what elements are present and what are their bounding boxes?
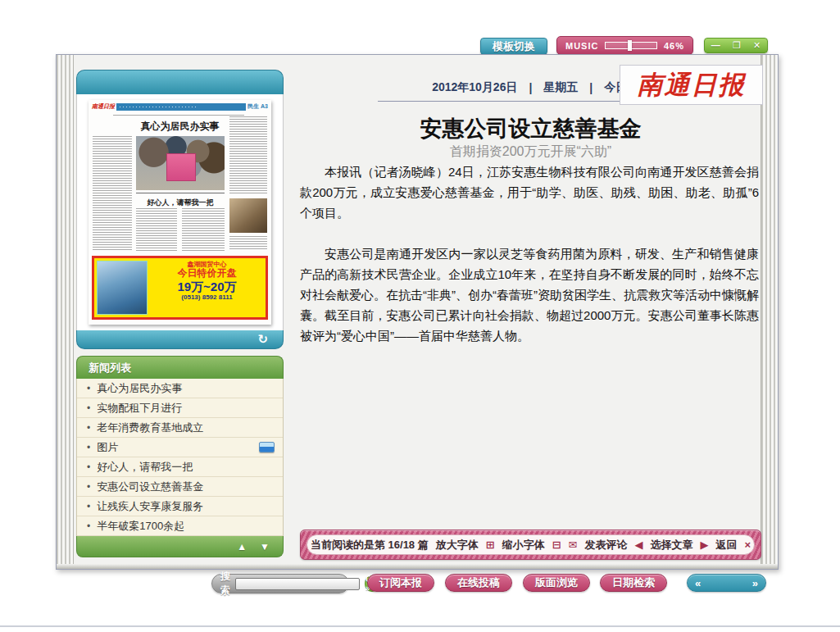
- thumbnail-panel-header: [76, 70, 284, 94]
- window-controls: — ❐ ✕: [704, 38, 768, 53]
- back-button[interactable]: 返回: [715, 538, 737, 552]
- zoom-in-button[interactable]: 放大字体: [436, 538, 479, 552]
- mini-ad-phone: (0513) 8592 8111: [181, 293, 232, 301]
- online-submit-button[interactable]: 在线投稿: [445, 574, 512, 592]
- thumbnail-panel-footer: ↻: [76, 330, 284, 349]
- news-list-item[interactable]: • 实物配租下月进行: [77, 398, 283, 418]
- news-item-label: 老年消费教育基地成立: [97, 421, 203, 435]
- mini-text-column: [229, 116, 267, 195]
- news-list-item[interactable]: • 真心为居民办实事: [77, 379, 283, 398]
- weekday-text: 星期五: [543, 80, 578, 95]
- bullet-icon: •: [87, 442, 90, 453]
- news-list-header: 新闻列表: [76, 356, 284, 379]
- back-close-icon[interactable]: ×: [744, 539, 751, 551]
- mini-donation-photo: [136, 136, 225, 190]
- mini-text-column: [136, 208, 177, 251]
- music-player-bar[interactable]: MUSIC 46%: [556, 36, 693, 55]
- zoom-in-icon[interactable]: ⊞: [486, 539, 495, 551]
- music-volume-slider[interactable]: [605, 42, 657, 49]
- article-paragraph: 本报讯（记者汤晓峰）24日，江苏安惠生物科技有限公司向南通开发区慈善会捐款200…: [300, 161, 759, 223]
- page-edge-right: [761, 55, 778, 569]
- bullet-icon: •: [87, 521, 90, 532]
- news-list-item[interactable]: • 好心人，请帮我一把: [77, 457, 283, 477]
- mini-donation-box: [166, 153, 197, 181]
- restore-icon[interactable]: ❐: [733, 41, 741, 50]
- newspaper-logo: 南通日报: [620, 65, 763, 105]
- close-icon[interactable]: ✕: [753, 41, 761, 50]
- minimize-icon[interactable]: —: [711, 41, 720, 50]
- bottom-divider: [0, 625, 840, 627]
- music-slider-handle[interactable]: [628, 40, 632, 51]
- date-search-button[interactable]: 日期检索: [600, 574, 667, 592]
- zoom-out-icon[interactable]: ⊟: [552, 539, 561, 551]
- news-list-footer: ▲ ▼: [76, 536, 284, 557]
- scroll-down-icon[interactable]: ▼: [260, 541, 270, 552]
- zoom-out-button[interactable]: 缩小字体: [502, 538, 545, 552]
- search-label: 搜索: [220, 570, 230, 598]
- news-list-item-pictures[interactable]: • 图片: [77, 438, 283, 457]
- page-thumbnail-panel: 南通日报 民生 A3 真心为居民办实事 好心人，请帮我一把: [76, 70, 284, 349]
- page-pager: « »: [687, 574, 766, 592]
- date-text: 2012年10月26日: [432, 80, 517, 95]
- prev-article-icon[interactable]: ◀: [634, 539, 642, 551]
- newspaper-logo-text: 南通日报: [638, 68, 746, 102]
- mini-photo-caption: [136, 193, 225, 195]
- bullet-icon: •: [87, 461, 90, 473]
- search-bar: 搜索 GO »: [211, 574, 349, 593]
- news-item-label: 好心人，请帮我一把: [97, 460, 193, 475]
- music-label: MUSIC: [565, 41, 598, 51]
- news-list-item-current[interactable]: • 安惠公司设立慈善基金: [77, 477, 283, 497]
- reader-toolbar-inner: 当前阅读的是第 16/18 篇 放大字体 ⊞ 缩小字体 ⊟ ✉ 发表评论 ◀ 选…: [306, 534, 755, 555]
- news-item-label: 半年破案1700余起: [97, 519, 184, 534]
- next-page-icon[interactable]: »: [752, 577, 758, 589]
- mini-masthead-logo: 南通日报: [92, 102, 115, 111]
- mini-masthead: 南通日报 民生 A3: [92, 102, 268, 111]
- mini-headline2: 好心人，请帮我一把: [136, 198, 225, 208]
- subscribe-button[interactable]: 订阅本报: [367, 574, 434, 592]
- news-list-title: 新闻列表: [89, 361, 131, 375]
- search-input[interactable]: [235, 578, 360, 590]
- select-article-button[interactable]: 选择文章: [650, 538, 692, 552]
- bullet-icon: •: [87, 422, 90, 434]
- news-list-item[interactable]: • 老年消费教育基地成立: [77, 418, 283, 438]
- article-title: 安惠公司设立慈善基金: [298, 114, 763, 143]
- prev-page-icon[interactable]: «: [695, 577, 701, 589]
- page-browse-button[interactable]: 版面浏览: [523, 574, 590, 592]
- music-volume-value: 46%: [664, 41, 684, 51]
- news-item-label: 安惠公司设立慈善基金: [97, 480, 203, 494]
- article-paragraph: 安惠公司是南通开发区内一家以灵芝等食药用菌为原料，研发、生产和销售健康产品的高新…: [300, 243, 759, 346]
- next-article-icon[interactable]: ▶: [700, 539, 708, 551]
- mini-text-column: [229, 236, 267, 251]
- template-switch-button[interactable]: 模板切换: [480, 38, 547, 55]
- refresh-icon[interactable]: ↻: [257, 332, 268, 347]
- mini-masthead-bar: [116, 103, 246, 111]
- bullet-icon: •: [87, 481, 90, 493]
- news-list-panel: 新闻列表 • 真心为居民办实事 • 实物配租下月进行 • 老年消费教育基地成立 …: [76, 356, 284, 557]
- news-item-label: 真心为居民办实事: [97, 381, 182, 396]
- bullet-icon: •: [87, 402, 90, 414]
- envelope-icon[interactable]: ✉: [569, 539, 578, 551]
- scroll-up-icon[interactable]: ▲: [237, 541, 247, 552]
- current-article-counter: 当前阅读的是第 16/18 篇: [311, 538, 429, 552]
- news-item-label: 实物配租下月进行: [97, 401, 182, 416]
- mini-text-column: [93, 136, 132, 251]
- reader-page: 南通日报 民生 A3 真心为居民办实事 好心人，请帮我一把: [56, 54, 779, 570]
- reader-toolbar: 当前阅读的是第 16/18 篇 放大字体 ⊞ 缩小字体 ⊟ ✉ 发表评论 ◀ 选…: [300, 530, 761, 560]
- mini-advertisement: 鑫湖国贸中心 今日特价开盘 19万~20万 (0513) 8592 8111: [92, 256, 268, 320]
- mini-page-tag: 民生 A3: [247, 102, 268, 111]
- bullet-icon: •: [87, 501, 90, 512]
- mini-ad-price: 19万~20万: [177, 280, 236, 293]
- news-list-item[interactable]: • 半年破案1700余起: [77, 516, 283, 536]
- post-comment-button[interactable]: 发表评论: [584, 538, 627, 552]
- mini-ad-building-photo: [97, 261, 148, 315]
- mini-text-column: [182, 208, 225, 251]
- news-list: • 真心为居民办实事 • 实物配租下月进行 • 老年消费教育基地成立 • 图片 …: [76, 379, 284, 536]
- mini-kicker-line: [113, 115, 244, 117]
- news-item-label: 让残疾人安享康复服务: [97, 499, 203, 514]
- date-separator: |: [589, 81, 593, 94]
- mini-side-photo: [229, 198, 267, 233]
- newspaper-page-thumbnail[interactable]: 南通日报 民生 A3 真心为居民办实事 好心人，请帮我一把: [89, 100, 271, 325]
- article-subtitle: 首期捐资200万元开展“六助”: [298, 143, 763, 161]
- bullet-icon: •: [87, 383, 90, 394]
- news-list-item[interactable]: • 让残疾人安享康复服务: [77, 497, 283, 516]
